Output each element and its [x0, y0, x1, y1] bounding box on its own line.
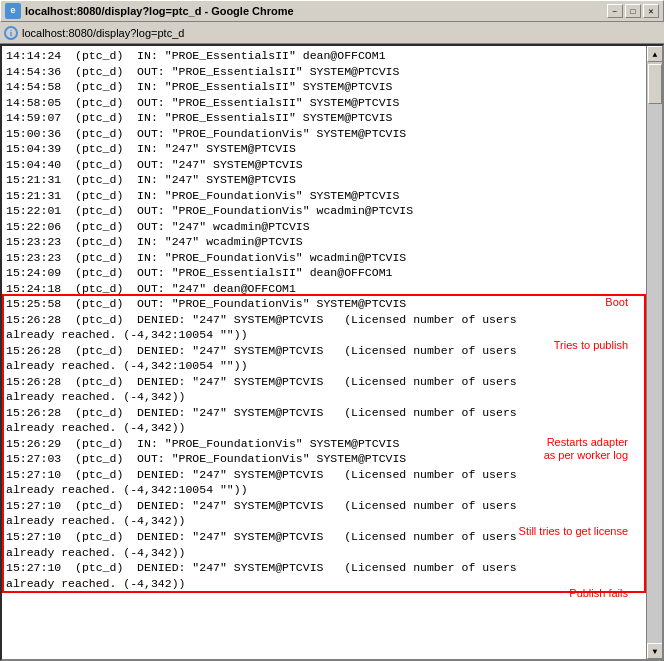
log-line: 15:04:40 (ptc_d) OUT: "247" SYSTEM@PTCVI…	[6, 157, 642, 173]
log-line: 15:27:10 (ptc_d) DENIED: "247" SYSTEM@PT…	[6, 467, 642, 498]
log-line: 15:26:28 (ptc_d) DENIED: "247" SYSTEM@PT…	[6, 343, 642, 374]
log-line: 15:24:09 (ptc_d) OUT: "PROE_EssentialsII…	[6, 265, 642, 281]
log-line: 15:22:06 (ptc_d) OUT: "247" wcadmin@PTCV…	[6, 219, 642, 235]
log-line: 14:54:58 (ptc_d) IN: "PROE_EssentialsII"…	[6, 79, 642, 95]
scroll-down-button[interactable]: ▼	[647, 643, 663, 659]
scroll-track[interactable]	[647, 62, 662, 643]
log-line: 14:59:07 (ptc_d) IN: "PROE_EssentialsII"…	[6, 110, 642, 126]
title-bar: e localhost:8080/display?log=ptc_d - Goo…	[0, 0, 664, 22]
publish-fails-annotation: Publish fails	[569, 587, 628, 599]
as-per-worker-log-annotation: as per worker log	[544, 449, 628, 461]
log-line: 15:21:31 (ptc_d) IN: "PROE_FoundationVis…	[6, 188, 642, 204]
window-title: localhost:8080/display?log=ptc_d - Googl…	[25, 5, 294, 17]
address-bar: i localhost:8080/display?log=ptc_d	[0, 22, 664, 44]
log-line: 15:23:23 (ptc_d) IN: "PROE_FoundationVis…	[6, 250, 642, 266]
title-bar-left: e localhost:8080/display?log=ptc_d - Goo…	[5, 3, 294, 19]
scroll-thumb[interactable]	[648, 64, 662, 104]
log-line: 15:26:28 (ptc_d) DENIED: "247" SYSTEM@PT…	[6, 312, 642, 343]
maximize-button[interactable]: □	[625, 4, 641, 18]
scroll-up-button[interactable]: ▲	[647, 46, 663, 62]
log-line: 15:27:10 (ptc_d) DENIED: "247" SYSTEM@PT…	[6, 560, 642, 591]
address-text: localhost:8080/display?log=ptc_d	[22, 27, 184, 39]
still-tries-annotation: Still tries to get license	[519, 525, 628, 537]
log-line: 14:14:24 (ptc_d) IN: "PROE_EssentialsII"…	[6, 48, 642, 64]
log-line: 15:04:39 (ptc_d) IN: "247" SYSTEM@PTCVIS	[6, 141, 642, 157]
window-controls: − □ ✕	[607, 4, 659, 18]
browser-icon: e	[5, 3, 21, 19]
log-line: 15:23:23 (ptc_d) IN: "247" wcadmin@PTCVI…	[6, 234, 642, 250]
tries-to-publish-annotation: Tries to publish	[554, 339, 628, 351]
log-line: 15:25:58 (ptc_d) OUT: "PROE_FoundationVi…	[6, 296, 642, 312]
minimize-button[interactable]: −	[607, 4, 623, 18]
log-line: 15:21:31 (ptc_d) IN: "247" SYSTEM@PTCVIS	[6, 172, 642, 188]
scrollbar[interactable]: ▲ ▼	[646, 46, 662, 659]
log-line: 14:54:36 (ptc_d) OUT: "PROE_EssentialsII…	[6, 64, 642, 80]
log-line: 14:58:05 (ptc_d) OUT: "PROE_EssentialsII…	[6, 95, 642, 111]
log-line: 15:22:01 (ptc_d) OUT: "PROE_FoundationVi…	[6, 203, 642, 219]
log-container: 14:14:24 (ptc_d) IN: "PROE_EssentialsII"…	[0, 44, 664, 661]
log-line: 15:24:18 (ptc_d) OUT: "247" dean@OFFCOM1	[6, 281, 642, 297]
restarts-adapter-annotation: Restarts adapter	[547, 436, 628, 448]
log-line: 15:26:28 (ptc_d) DENIED: "247" SYSTEM@PT…	[6, 374, 642, 405]
log-content[interactable]: 14:14:24 (ptc_d) IN: "PROE_EssentialsII"…	[2, 46, 646, 659]
info-icon: i	[4, 26, 18, 40]
log-line: 15:00:36 (ptc_d) OUT: "PROE_FoundationVi…	[6, 126, 642, 142]
close-button[interactable]: ✕	[643, 4, 659, 18]
boot-annotation: Boot	[605, 296, 628, 308]
log-line: 15:26:28 (ptc_d) DENIED: "247" SYSTEM@PT…	[6, 405, 642, 436]
